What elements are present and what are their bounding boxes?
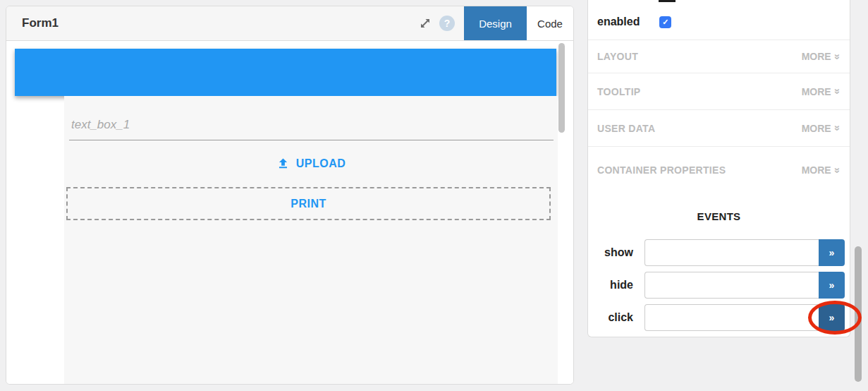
- events-heading: EVENTS: [588, 210, 850, 222]
- print-label: PRINT: [291, 198, 326, 210]
- event-row-click: click »: [599, 304, 845, 331]
- section-layout: LAYOUT MORE »: [588, 40, 850, 73]
- event-input-group-hide: »: [644, 272, 845, 299]
- tab-design[interactable]: Design: [464, 6, 527, 40]
- page-scrollbar-thumb[interactable]: [855, 246, 862, 382]
- form-content-area[interactable]: text_box_1 UPLOAD PRINT: [64, 96, 558, 384]
- expand-icon[interactable]: [418, 16, 432, 30]
- form-editor-card: Form1 ? Design Code text_box_1: [6, 6, 574, 385]
- section-label-user-data: USER DATA: [597, 123, 655, 134]
- upload-row: UPLOAD: [64, 157, 558, 170]
- section-tooltip: TOOLTIP MORE »: [588, 73, 850, 110]
- event-label-click: click: [599, 311, 633, 324]
- event-row-hide: hide »: [599, 272, 845, 299]
- textbox-placeholder: text_box_1: [71, 118, 130, 131]
- section-user-data: USER DATA MORE »: [588, 110, 850, 147]
- help-icon[interactable]: ?: [439, 16, 455, 31]
- textbox-text-box-1[interactable]: text_box_1: [69, 112, 554, 140]
- section-label-tooltip: TOOLTIP: [597, 86, 640, 97]
- property-row-enabled: enabled ✓: [588, 0, 850, 40]
- properties-panel: enabled ✓ LAYOUT MORE » TOOLTIP MORE » U…: [587, 0, 850, 337]
- app-screen: Form1 ? Design Code text_box_1: [0, 0, 868, 391]
- upload-button[interactable]: UPLOAD: [276, 157, 346, 170]
- event-input-group-show: »: [644, 239, 845, 266]
- more-link-layout[interactable]: MORE »: [802, 51, 841, 63]
- event-row-show: show »: [599, 239, 845, 266]
- enabled-label: enabled: [597, 16, 640, 28]
- more-label: MORE: [802, 123, 831, 134]
- event-expand-button-click[interactable]: »: [819, 304, 845, 331]
- chevron-double-down-icon: »: [831, 125, 843, 131]
- event-input-click[interactable]: [644, 304, 819, 331]
- event-input-group-click: »: [644, 304, 845, 331]
- section-label-layout: LAYOUT: [597, 51, 638, 62]
- more-label: MORE: [802, 164, 831, 176]
- event-label-hide: hide: [599, 279, 633, 291]
- more-link-tooltip[interactable]: MORE »: [802, 85, 841, 97]
- more-link-user-data[interactable]: MORE »: [802, 122, 841, 134]
- chevron-double-down-icon: »: [831, 88, 843, 94]
- chevron-double-down-icon: »: [831, 54, 843, 59]
- more-label: MORE: [802, 51, 831, 62]
- upload-icon: [276, 157, 290, 170]
- upload-label: UPLOAD: [296, 157, 346, 170]
- more-label: MORE: [802, 86, 831, 97]
- canvas-scrollbar-thumb[interactable]: [558, 43, 565, 133]
- design-canvas[interactable]: text_box_1 UPLOAD PRINT: [6, 41, 573, 384]
- header-spacer: [59, 6, 418, 40]
- event-input-show[interactable]: [644, 239, 819, 266]
- enabled-checkbox[interactable]: ✓: [659, 16, 671, 28]
- event-expand-button-show[interactable]: »: [819, 239, 845, 266]
- form-title: Form1: [22, 16, 59, 30]
- more-link-container-properties[interactable]: MORE »: [802, 164, 841, 176]
- chevron-double-down-icon: »: [831, 167, 843, 173]
- checkmark-icon: ✓: [662, 18, 668, 27]
- section-container-properties: CONTAINER PROPERTIES MORE »: [588, 147, 850, 193]
- help-glyph: ?: [444, 18, 451, 29]
- event-expand-button-hide[interactable]: »: [819, 272, 845, 299]
- print-button[interactable]: PRINT: [66, 187, 551, 220]
- event-input-hide[interactable]: [644, 272, 819, 299]
- form-editor-header: Form1 ? Design Code: [6, 6, 573, 41]
- tab-code[interactable]: Code: [527, 6, 573, 40]
- form-navbar-bar[interactable]: [15, 49, 556, 96]
- event-label-show: show: [599, 246, 633, 259]
- section-label-container-properties: CONTAINER PROPERTIES: [597, 164, 726, 176]
